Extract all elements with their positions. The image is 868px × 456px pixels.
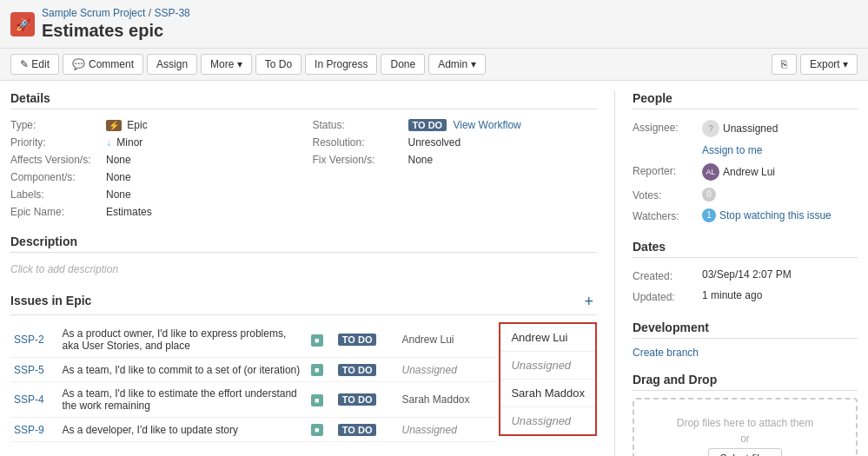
dnd-or-text: or xyxy=(652,433,838,445)
status-row: Status: TO DO View Workflow xyxy=(313,116,598,134)
issues-header: Issues in Epic + xyxy=(10,293,597,315)
watchers-badge: 1 xyxy=(702,208,716,222)
issue-summary: As a developer, I'd like to update story xyxy=(63,424,238,436)
issue-title: Estimates epic xyxy=(42,21,190,41)
dnd-section: Drag and Drop Drop files here to attach … xyxy=(633,373,858,456)
more-button[interactable]: More ▾ xyxy=(201,54,252,75)
dev-title: Development xyxy=(633,321,858,339)
done-button[interactable]: Done xyxy=(381,54,425,75)
view-workflow-link[interactable]: View Workflow xyxy=(453,119,520,131)
main-content: Details Type: ⚡ Epic Priority: ↓ Minor xyxy=(0,81,868,456)
list-item[interactable]: Sarah Maddox xyxy=(500,380,595,407)
share-button[interactable]: ⎘ xyxy=(772,54,797,75)
issue-summary: As a product owner, I'd like to express … xyxy=(63,327,287,352)
issue-key-link[interactable]: SSP-9 xyxy=(14,424,44,436)
issue-key-cell: SSP-5 xyxy=(10,358,59,382)
comment-label: Comment xyxy=(89,58,134,70)
popup-assignee-name[interactable]: Sarah Maddox xyxy=(500,380,595,407)
description-section: Description Click to add description xyxy=(10,235,597,279)
assignee-label: Assignee: xyxy=(633,120,702,134)
votes-label: Votes: xyxy=(633,188,702,202)
description-placeholder[interactable]: Click to add description xyxy=(10,260,597,279)
assignee-avatar: ? xyxy=(702,120,719,137)
dnd-drop-text: Drop files here to attach them xyxy=(652,417,838,429)
status-label: Status: xyxy=(313,119,408,131)
watchers-value: 1 Stop watching this issue xyxy=(702,208,832,222)
status-tag: TO DO xyxy=(408,119,447,131)
issue-key-link[interactable]: SSP-2 xyxy=(14,334,44,346)
export-button[interactable]: Export ▾ xyxy=(800,54,858,75)
table-row: SSP-5 As a team, I'd like to commit to a… xyxy=(10,358,495,382)
affects-label: Affects Version/s: xyxy=(10,154,106,166)
assign-to-me-link[interactable]: Assign to me xyxy=(702,144,762,156)
issue-icon-cell: ■ xyxy=(308,418,335,442)
add-issue-button[interactable]: + xyxy=(580,293,597,311)
reporter-value: AL Andrew Lui xyxy=(702,163,775,181)
select-files-button[interactable]: Select files xyxy=(708,448,781,456)
epicname-row: Epic Name: Estimates xyxy=(10,203,295,221)
fixversion-row: Fix Version/s: None xyxy=(313,151,598,169)
issue-id: SSP-38 xyxy=(154,7,189,19)
story-icon: ■ xyxy=(311,424,323,436)
components-value: None xyxy=(106,171,131,183)
votes-badge: 0 xyxy=(702,188,716,202)
list-item[interactable]: Unassigned xyxy=(500,352,595,380)
votes-value: 0 xyxy=(702,188,716,202)
epic-label: Epic Name: xyxy=(10,206,106,218)
issue-key-link[interactable]: SSP-5 xyxy=(14,364,44,376)
dnd-title: Drag and Drop xyxy=(633,373,858,391)
issue-key-link[interactable]: SSP-4 xyxy=(14,393,44,406)
description-title: Description xyxy=(10,235,597,253)
todo-button[interactable]: To Do xyxy=(255,54,301,75)
list-item[interactable]: Andrew Lui xyxy=(500,324,595,352)
project-link[interactable]: Sample Scrum Project xyxy=(42,7,145,19)
dates-title: Dates xyxy=(633,240,858,258)
issues-table: SSP-2 As a product owner, I'd like to ex… xyxy=(10,322,495,442)
issue-summary-cell: As a team, I'd like to estimate the effo… xyxy=(59,382,308,418)
watchers-label: Watchers: xyxy=(633,208,702,222)
development-section: Development Create branch xyxy=(633,321,858,359)
priority-row: Priority: ↓ Minor xyxy=(10,134,295,151)
issue-summary-cell: As a team, I'd like to commit to a set o… xyxy=(59,358,308,382)
issue-key-cell: SSP-4 xyxy=(10,382,59,418)
story-icon: ■ xyxy=(311,334,323,347)
created-row: Created: 03/Sep/14 2:07 PM xyxy=(633,265,858,286)
create-branch-link[interactable]: Create branch xyxy=(633,347,699,359)
comment-button[interactable]: 💬 Comment xyxy=(63,54,143,75)
status-tag: TO DO xyxy=(338,424,377,436)
inprogress-button[interactable]: In Progress xyxy=(305,54,377,75)
people-section: People Assignee: ? Unassigned Assign to … xyxy=(633,91,858,226)
list-item[interactable]: Unassigned xyxy=(500,407,595,435)
assignee-value: ? Unassigned xyxy=(702,120,778,137)
table-row: SSP-9 As a developer, I'd like to update… xyxy=(10,418,495,442)
reporter-name: Andrew Lui xyxy=(723,166,775,178)
affects-row: Affects Version/s: None xyxy=(10,151,295,169)
type-text: Epic xyxy=(127,119,147,131)
watchers-row: Watchers: 1 Stop watching this issue xyxy=(633,205,858,226)
issue-icon-cell: ■ xyxy=(308,358,335,382)
issues-table-wrapper: SSP-2 As a product owner, I'd like to ex… xyxy=(10,322,597,442)
popup-assignee-name[interactable]: Unassigned xyxy=(500,407,595,435)
issue-status-cell: TO DO xyxy=(335,358,399,382)
project-logo: 🚀 xyxy=(10,12,35,36)
type-row: Type: ⚡ Epic xyxy=(10,116,295,134)
assignee-row: Assignee: ? Unassigned xyxy=(633,116,858,141)
breadcrumb: Sample Scrum Project / SSP-38 xyxy=(42,7,190,19)
edit-button[interactable]: ✎ Edit xyxy=(10,54,59,75)
popup-assignee-name[interactable]: Andrew Lui xyxy=(500,324,595,352)
dnd-box[interactable]: Drop files here to attach them or Select… xyxy=(633,398,858,456)
assign-button[interactable]: Assign xyxy=(147,54,197,75)
left-panel: Details Type: ⚡ Epic Priority: ↓ Minor xyxy=(10,91,614,456)
resolution-row: Resolution: Unresolved xyxy=(313,134,598,151)
issue-status-cell: TO DO xyxy=(335,382,399,418)
issue-assignee-cell: Unassigned xyxy=(399,418,496,442)
table-row: SSP-2 As a product owner, I'd like to ex… xyxy=(10,322,495,358)
issues-section: Issues in Epic + SSP-2 As a product owne… xyxy=(10,293,597,442)
details-left-col: Type: ⚡ Epic Priority: ↓ Minor Affects V… xyxy=(10,116,295,221)
popup-assignee-name[interactable]: Unassigned xyxy=(500,352,595,380)
details-grid: Type: ⚡ Epic Priority: ↓ Minor Affects V… xyxy=(10,116,597,221)
admin-button[interactable]: Admin ▾ xyxy=(428,54,485,75)
priority-value: ↓ Minor xyxy=(106,136,142,149)
toolbar: ✎ Edit 💬 Comment Assign More ▾ To Do In … xyxy=(0,49,868,81)
stop-watching-link[interactable]: Stop watching this issue xyxy=(719,209,832,221)
